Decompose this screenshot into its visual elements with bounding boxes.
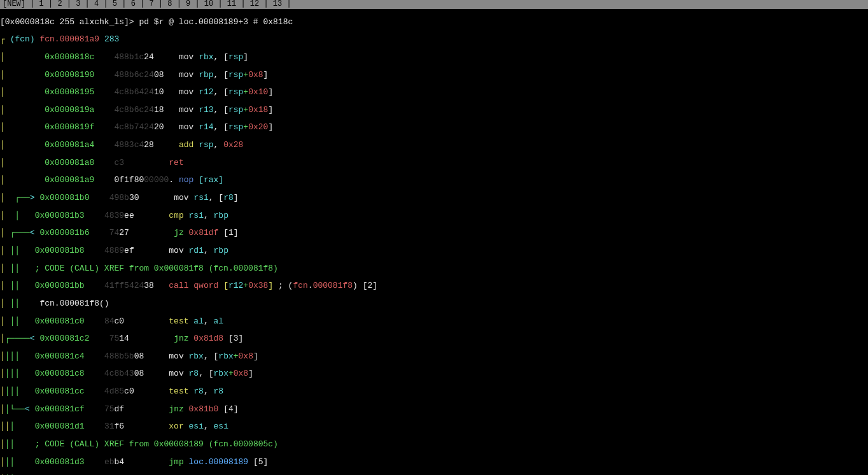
terminal-content: [0x0000818c 255 alxchk_ls]> pd $r @ loc.… [0, 9, 868, 475]
tab-bar[interactable]: [NEW] | 1 | 2 | 3 | 4 | 5 | 6 | 7 | 8 | … [0, 0, 868, 9]
prompt-line[interactable]: [0x0000818c 255 alxchk_ls]> pd $r @ loc.… [0, 18, 868, 27]
